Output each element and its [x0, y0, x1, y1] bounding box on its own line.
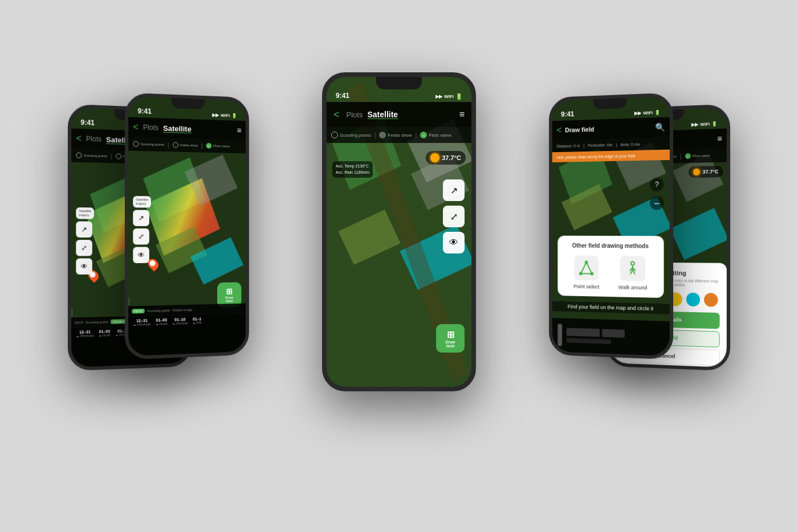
walk-around-label: Walk around [618, 284, 647, 290]
center-map-controls: ↗ ⤢ 👁 [443, 179, 465, 253]
plots-name-filter[interactable]: ✓ Plots name [685, 153, 710, 159]
status-icons: ▶▶WiFi🔋 [212, 112, 237, 118]
plots-name-filter[interactable]: ✓ Plots name [206, 143, 230, 149]
walk-around-icon [620, 256, 645, 281]
acc-temp: Acc. Temp 2136°C [336, 163, 369, 170]
temperature: 37.7°C [442, 154, 461, 161]
acc-rain: Acc. Rain 1189mm [336, 170, 369, 176]
color-orange[interactable] [704, 293, 718, 307]
notch [593, 98, 626, 109]
date-011: 01–1 ☁ 34% [193, 317, 202, 324]
satellite-inquiry-btn[interactable]: Satelliteinquiry [76, 207, 94, 219]
phone-draw-field: 9:41 ▶▶WiFi🔋 < Draw field 🔍 Distance: 0 … [549, 93, 673, 360]
year-label: 2021 [71, 309, 73, 317]
drawing-methods-title: Other field drawing methods [564, 243, 657, 249]
eye-btn[interactable]: 👁 [133, 247, 149, 263]
phone-left: 9:41 ▶▶WiFi🔋 < Plots Satellite ≡ Scoutin… [125, 93, 249, 360]
help-button[interactable]: ? [650, 178, 663, 192]
more-button[interactable]: ••• [650, 196, 663, 210]
plots-label: Plots [143, 124, 158, 132]
scouting-filter[interactable]: Scouting points [133, 141, 164, 148]
satellite-label: Satellite [163, 124, 192, 133]
satellite-inquiry-btn[interactable]: Satelliteinquiry [133, 196, 151, 208]
date-0103: 01–03 ☁ clouds [99, 329, 111, 337]
share-btn[interactable]: ↗ [76, 222, 92, 238]
walk-around-option[interactable]: Walk around [618, 256, 647, 290]
sun-icon [430, 153, 439, 162]
expand-control[interactable]: ⤢ [443, 206, 465, 227]
satellite-inquiry-controls: Satelliteinquiry ↗ ⤢ 👁 [76, 207, 94, 275]
draw-field-button[interactable]: ⊞ Drawfield [436, 324, 465, 353]
app-header: < Plots Satellite ≡ [327, 102, 471, 127]
share-control[interactable]: ↗ [443, 179, 465, 201]
plots-label: Plots [86, 135, 101, 144]
draw-field-header: < Draw field 🔍 [552, 117, 670, 140]
menu-button[interactable]: ≡ [459, 109, 465, 120]
share-btn[interactable]: ↗ [133, 210, 149, 226]
back-button[interactable]: < [556, 125, 561, 136]
filter-bar: Scouting points | Fields show | ✓ Plots … [327, 127, 471, 143]
back-button[interactable]: < [133, 122, 139, 133]
bottom-bar [552, 318, 670, 356]
drawing-methods-options: Point select [564, 255, 657, 290]
expand-btn[interactable]: ⤢ [76, 240, 92, 256]
status-icons: ▶▶ WiFi 🔋 [435, 93, 462, 100]
eye-control[interactable]: 👁 [443, 232, 465, 253]
draw-field-title: Draw field [565, 126, 594, 133]
scouting-filter[interactable]: Scouting points [331, 132, 371, 138]
scouting-guide-tab[interactable]: Scouting guide [147, 309, 170, 313]
status-icons: ▶▶WiFi🔋 [634, 110, 660, 116]
timeline-bar: NDVI Scouting guide Visible image 12–31 … [128, 313, 246, 356]
notch [171, 98, 205, 109]
notch [376, 77, 422, 89]
year-label: 2021 [128, 297, 130, 305]
filter-bar: Scouting points | Fields show | ✓ Plots … [128, 137, 246, 153]
point-select-option[interactable]: Point select [573, 255, 599, 289]
point-select-icon [574, 255, 598, 280]
scouting-filter[interactable]: Scouting points [76, 153, 107, 159]
svg-point-3 [591, 272, 594, 276]
walk-around-svg [625, 260, 641, 277]
point-select-label: Point select [573, 284, 599, 290]
expand-btn[interactable]: ⤢ [133, 228, 149, 244]
eye-btn[interactable]: 👁 [76, 258, 92, 275]
color-cyan[interactable] [686, 293, 700, 307]
status-time: 9:41 [561, 110, 574, 118]
date-1231: 12–31 ☁ 34%clouds [76, 330, 93, 338]
weather-badge: 37.7°C [689, 166, 723, 178]
weather-badge: 37.7°C [426, 151, 466, 165]
temperature: 37.7°C [702, 169, 718, 175]
sun-icon [693, 169, 700, 175]
phone-center: 9:41 ▶▶ WiFi 🔋 < Plots Satellite ≡ Scout… [322, 72, 476, 391]
perimeter: Perimeter: 0m [588, 142, 612, 147]
visible-image-tab[interactable]: Visible image [172, 308, 192, 312]
back-button[interactable]: < [333, 109, 340, 121]
menu-button[interactable]: ≡ [237, 126, 242, 135]
status-icons: ▶▶WiFi🔋 [691, 121, 717, 128]
plots-name-filter[interactable]: ✓ Plots name [420, 132, 451, 138]
date-0103: 01–03 ☁ clouds [156, 318, 168, 326]
acc-data: Acc. Temp 2136°C Acc. Rain 1189mm [332, 161, 373, 178]
fields-filter[interactable]: Fields show [379, 132, 412, 138]
back-button[interactable]: < [76, 133, 82, 144]
plots-label: Plots [347, 111, 363, 119]
status-time: 9:41 [81, 118, 95, 127]
status-time: 9:41 [138, 107, 152, 116]
fields-filter[interactable]: Fields show [173, 142, 198, 148]
svg-point-4 [631, 261, 634, 265]
ndvi-tab[interactable]: NDVI [75, 321, 83, 324]
drawing-methods-modal: Other field drawing methods P [557, 236, 663, 298]
status-time: 9:41 [336, 92, 349, 100]
date-1231: 12–31 ☁ 34%clouds [133, 318, 150, 326]
search-icon[interactable]: 🔍 [655, 122, 665, 132]
distance: Distance: 0 m [556, 144, 580, 148]
area: Area: 0 mu [620, 142, 640, 146]
timeline-dates: 12–31 ☁ 34%clouds 01–03 ☁ clouds 01–10 ☁… [128, 314, 246, 328]
satellite-label: Satellite [367, 110, 398, 119]
scouting-guide-tab[interactable]: Scouting guide [85, 320, 108, 324]
app-header: < Plots Satellite ≡ [128, 117, 246, 140]
date-0110: 01–10 ☁ 1%clouds [172, 317, 188, 325]
ndvi-tab[interactable]: NDVI [132, 309, 145, 314]
satellite-inquiry-controls: Satelliteinquiry ↗ ⤢ 👁 [133, 196, 151, 263]
menu-button[interactable]: ≡ [717, 134, 722, 144]
